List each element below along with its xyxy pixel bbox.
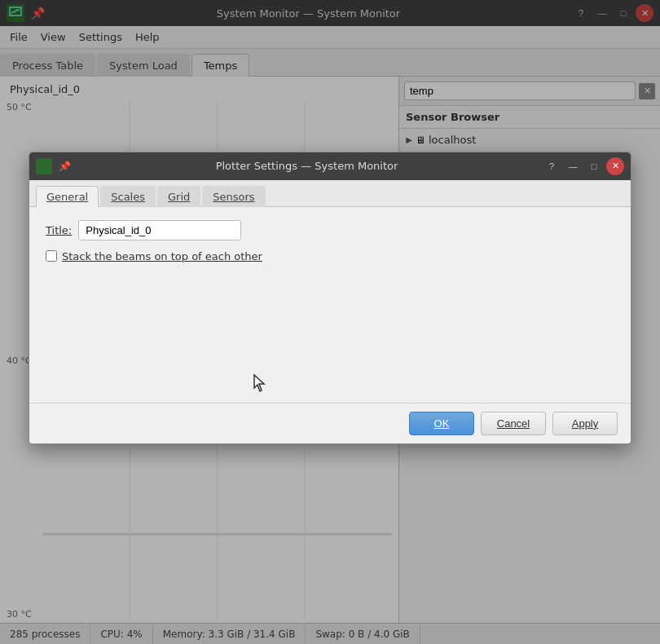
stack-beams-label: Stack the beams on top of each other xyxy=(62,250,262,262)
dialog-content: Title: Stack the beams on top of each ot… xyxy=(29,207,631,403)
cancel-button[interactable]: Cancel xyxy=(481,412,546,435)
stack-beams-row: Stack the beams on top of each other xyxy=(46,250,614,262)
title-input[interactable] xyxy=(78,220,241,240)
dialog-minimize-button[interactable]: — xyxy=(564,157,582,175)
dialog-pin-icon: 📌 xyxy=(59,161,71,172)
plotter-settings-dialog: 📌 Plotter Settings — System Monitor ? — … xyxy=(29,152,631,444)
dialog-close-button[interactable]: ✕ xyxy=(606,157,624,175)
dialog-tab-scales[interactable]: Scales xyxy=(100,186,156,207)
dialog-title-actions: ? — □ ✕ xyxy=(543,157,624,175)
dialog-maximize-button[interactable]: □ xyxy=(585,157,603,175)
main-window: 📌 System Monitor — System Monitor ? — □ … xyxy=(0,0,660,644)
dialog-help-button[interactable]: ? xyxy=(543,157,561,175)
ok-button[interactable]: OK xyxy=(409,412,474,435)
title-label: Title: xyxy=(46,224,72,236)
stack-beams-checkbox[interactable] xyxy=(46,250,57,262)
modal-overlay: 📌 Plotter Settings — System Monitor ? — … xyxy=(0,0,660,644)
dialog-tab-grid[interactable]: Grid xyxy=(157,186,200,207)
dialog-tab-sensors[interactable]: Sensors xyxy=(202,186,265,207)
dialog-title-bar: 📌 Plotter Settings — System Monitor ? — … xyxy=(29,152,631,180)
dialog-title: Plotter Settings — System Monitor xyxy=(77,160,536,172)
title-field: Title: xyxy=(46,220,614,240)
dialog-tab-bar: General Scales Grid Sensors xyxy=(29,180,631,207)
dialog-app-icon xyxy=(36,158,52,174)
dialog-footer: OK Cancel Apply xyxy=(29,403,631,443)
dialog-tab-general[interactable]: General xyxy=(36,186,99,207)
apply-button[interactable]: Apply xyxy=(552,412,618,435)
